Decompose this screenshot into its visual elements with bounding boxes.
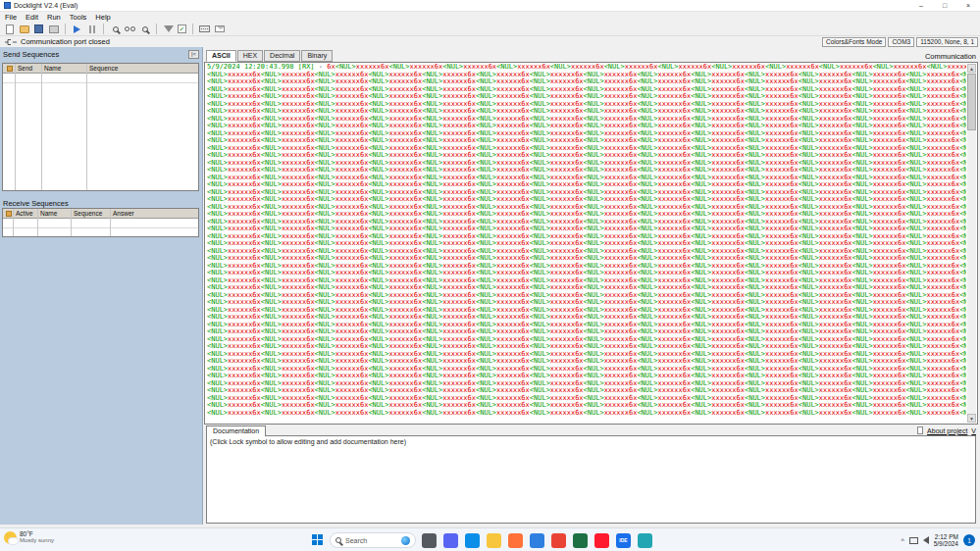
taskbar-app-opera-icon[interactable] [594,533,609,548]
active-cell[interactable] [14,219,37,228]
scroll-up-arrow[interactable]: ▲ [967,64,976,73]
menu-run[interactable]: Run [47,13,61,22]
name-cell[interactable] [38,219,71,228]
send-sequences-title: Send Sequences [3,50,59,59]
com-port-button[interactable]: COM3 [888,37,914,47]
tab-ascii[interactable]: ASCII [206,50,236,62]
menu-bar: File Edit Run Tools Help [0,12,980,23]
collapse-panel-button[interactable]: |< [188,50,199,59]
scroll-down-arrow[interactable]: ▼ [967,414,976,423]
send-dialog-icon[interactable] [214,24,225,34]
find-in-file-icon[interactable] [139,24,150,34]
weather-temperature: 80°F [20,530,54,537]
print-icon[interactable] [48,24,59,34]
log-line: <NUL>xxxxxx6x<NUL>xxxxxx6x<NUL>xxxxxx6x<… [207,410,966,418]
search-icon [335,537,341,543]
checklist-icon[interactable]: ✓ [178,25,186,33]
menu-help[interactable]: Help [95,13,110,22]
docklight-window: Docklight V2.4 (Eval) – □ × File Edit Ru… [0,0,980,551]
taskbar-app-mail-icon[interactable] [422,533,437,548]
tab-decimal[interactable]: Decimal [264,50,300,62]
app-icon [4,2,11,9]
send-column-icon-header [3,64,15,74]
tab-binary[interactable]: Binary [301,50,333,62]
about-project-icon [917,426,923,434]
toolbar-separator [192,24,193,34]
send-sequence-icon [7,66,13,72]
taskbar-app-chrome-icon[interactable] [551,533,566,548]
taskbar-clock[interactable]: 2:12 PM 5/9/2024 [934,533,958,547]
communication-log[interactable]: 5/9/2024 12:20:43.998 [RX] - 6x<NUL>xxxx… [204,62,978,425]
system-tray: ^ 2:12 PM 5/9/2024 1 [901,528,975,551]
tray-time: 2:12 PM [934,533,958,540]
start-button[interactable] [312,534,324,546]
taskbar-app-firefox-icon[interactable] [508,533,523,548]
play-icon[interactable] [72,24,82,34]
new-file-icon[interactable] [4,24,15,34]
taskbar-app-ide-icon[interactable]: IDE [616,533,631,548]
status-row: Communication port closed Colors&Fonts M… [0,36,980,47]
active-cell[interactable] [3,219,13,228]
name-column-header: Name [42,64,86,74]
taskbar-app-row: IDE [422,533,652,548]
log-scrollbar[interactable]: ▲ ▼ [967,64,976,423]
display-tray-icon[interactable] [909,537,918,544]
documentation-body[interactable]: (Click Lock symbol to allow editing and … [206,435,976,524]
menu-tools[interactable]: Tools [70,13,87,22]
tray-overflow-chevron-icon[interactable]: ^ [901,537,903,544]
taskbar-app-folder-icon[interactable] [487,533,501,548]
search-box[interactable]: Search [330,532,416,548]
communication-log-lines: 5/9/2024 12:20:43.998 [RX] - 6x<NUL>xxxx… [207,64,966,423]
save-icon[interactable] [33,24,44,34]
find-icon[interactable] [110,24,121,34]
send-cell[interactable] [16,74,41,83]
menu-file[interactable]: File [5,13,17,22]
name-column-header: Name [38,209,71,219]
sequence-cell[interactable] [72,219,110,228]
colors-fonts-mode-button[interactable]: Colors&Fonts Mode [822,37,886,47]
documentation-placeholder: (Click Lock symbol to allow editing and … [210,438,406,445]
taskbar: 80°F Mostly sunny Search IDE ^ 2:12 PM 5… [0,527,980,551]
keyboard-icon[interactable] [199,24,210,34]
weather-icon [4,531,17,544]
menu-edit[interactable]: Edit [26,13,38,22]
send-cell[interactable] [3,74,15,83]
taskbar-app-edge-icon[interactable] [465,533,480,548]
close-button[interactable]: × [956,0,980,12]
taskbar-app-code-icon[interactable] [638,533,652,548]
documentation-tab[interactable]: Documentation [206,426,266,436]
monitoring-glasses-icon[interactable] [125,24,135,34]
active-column-header: Active [14,209,37,219]
comm-port-icon [4,38,18,46]
receive-sequences-table[interactable]: Active Name Sequence Answer [2,208,199,237]
scrollbar-thumb[interactable] [967,74,976,130]
taskbar-app-excel-icon[interactable] [573,533,588,548]
port-settings-button[interactable]: 115200, None, 8, 1 [916,37,978,47]
answer-column-header: Answer [111,209,198,219]
receive-sequences-title: Receive Sequences [3,199,69,208]
notification-badge[interactable]: 1 [963,534,975,546]
pause-icon[interactable] [86,24,97,34]
view-tabs: ASCII HEX Decimal Binary Communication [206,50,976,62]
about-project-link[interactable]: About project [927,427,967,434]
status-text: Communication port closed [21,37,110,46]
tab-hex[interactable]: HEX [237,50,263,62]
receive-sequence-icon [6,211,12,217]
taskbar-app-discord-icon[interactable] [443,533,458,548]
answer-cell[interactable] [111,219,198,228]
speaker-tray-icon[interactable] [923,536,929,544]
send-sequences-table[interactable]: Send Name Sequence [2,63,199,191]
tray-date: 5/9/2024 [934,540,958,547]
taskbar-app-store-icon[interactable] [530,533,544,548]
shortcut-v-link[interactable]: V [971,427,976,434]
maximize-button[interactable]: □ [933,0,956,12]
search-placeholder: Search [345,537,367,544]
name-cell[interactable] [42,74,86,83]
weather-widget[interactable]: 80°F Mostly sunny [4,530,54,544]
toolbar-separator [156,24,157,34]
sequence-cell[interactable] [87,74,198,83]
minimize-button[interactable]: – [909,0,933,12]
filter-icon[interactable] [163,24,174,34]
open-file-icon[interactable] [19,24,29,34]
title-bar: Docklight V2.4 (Eval) – □ × [0,0,980,12]
